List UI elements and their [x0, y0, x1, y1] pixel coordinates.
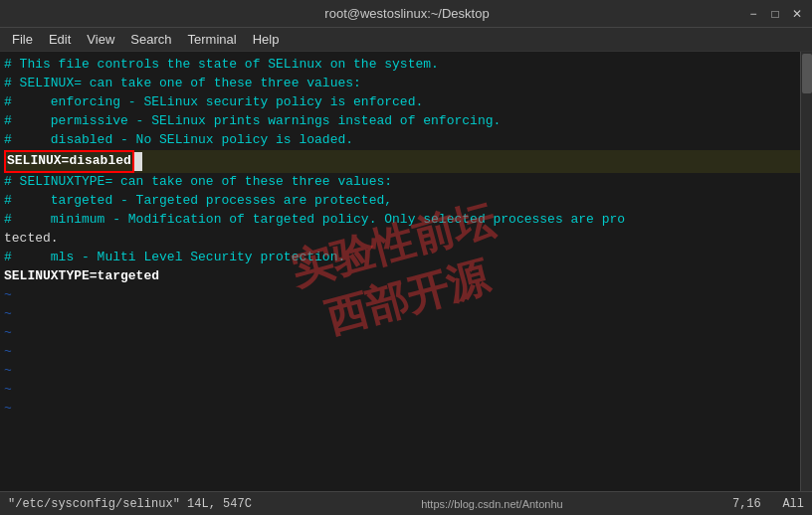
- close-button[interactable]: ✕: [790, 7, 804, 21]
- menu-help[interactable]: Help: [245, 30, 288, 49]
- cursor-position: 7,16: [732, 497, 761, 511]
- line-11-selinuxtype: SELINUXTYPE=targeted: [4, 267, 800, 286]
- menu-bar: File Edit View Search Terminal Help: [0, 28, 812, 52]
- line-9-cont: tected.: [4, 230, 800, 249]
- status-filename: "/etc/sysconfig/selinux" 14L, 547C: [8, 497, 252, 511]
- menu-file[interactable]: File: [4, 30, 41, 49]
- line-tilde-4: ~: [4, 343, 800, 362]
- menu-terminal[interactable]: Terminal: [180, 30, 245, 49]
- selinux-value: SELINUX=disabled: [4, 150, 134, 173]
- scrollbar[interactable]: [800, 52, 812, 491]
- minimize-button[interactable]: −: [746, 7, 760, 21]
- menu-view[interactable]: View: [79, 30, 122, 49]
- scrollbar-thumb[interactable]: [802, 54, 812, 93]
- line-tilde-5: ~: [4, 362, 800, 381]
- scroll-position: All: [782, 497, 804, 511]
- status-position: 7,16 All: [732, 497, 804, 511]
- cursor: [134, 152, 142, 171]
- menu-edit[interactable]: Edit: [41, 30, 79, 49]
- editor-area: 实验性前坛 西部开源 # This file controls the stat…: [0, 52, 812, 491]
- line-4: # permissive - SELinux prints warnings i…: [4, 112, 800, 131]
- maximize-button[interactable]: □: [768, 7, 782, 21]
- line-10: # mls - Multi Level Security protection.: [4, 249, 800, 267]
- line-tilde-7: ~: [4, 400, 800, 419]
- editor-content[interactable]: 实验性前坛 西部开源 # This file controls the stat…: [0, 52, 800, 491]
- line-7: # SELINUXTYPE= can take one of these thr…: [4, 173, 800, 192]
- line-tilde-6: ~: [4, 381, 800, 400]
- line-2: # SELINUX= can take one of these three v…: [4, 75, 800, 93]
- line-tilde-2: ~: [4, 305, 800, 324]
- status-bar: "/etc/sysconfig/selinux" 14L, 547C https…: [0, 491, 812, 515]
- title-bar: root@westoslinux:~/Desktop − □ ✕: [0, 0, 812, 28]
- line-5: # disabled - No SELinux policy is loaded…: [4, 131, 800, 150]
- line-9: # minimum - Modification of targeted pol…: [4, 211, 800, 230]
- line-tilde-1: ~: [4, 286, 800, 305]
- line-3: # enforcing - SELinux security policy is…: [4, 93, 800, 112]
- status-url: https://blog.csdn.net/Antonhu: [421, 498, 563, 510]
- line-8: # targeted - Targeted processes are prot…: [4, 192, 800, 211]
- window-controls: − □ ✕: [746, 7, 804, 21]
- line-1: # This file controls the state of SELinu…: [4, 56, 800, 75]
- menu-search[interactable]: Search: [122, 30, 179, 49]
- window-title: root@westoslinux:~/Desktop: [68, 6, 746, 21]
- line-6-selinux: SELINUX=disabled: [4, 150, 800, 173]
- line-tilde-3: ~: [4, 324, 800, 343]
